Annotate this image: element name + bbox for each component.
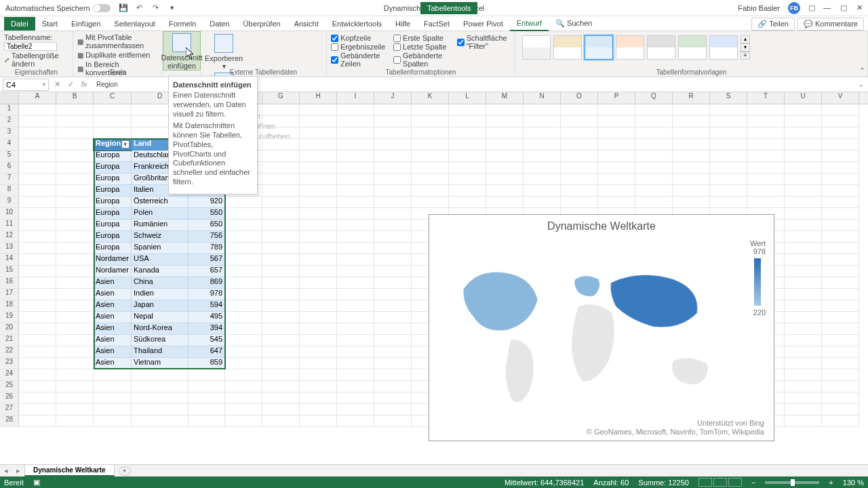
row-header[interactable]: 24 xyxy=(0,369,19,381)
cell[interactable] xyxy=(673,162,710,174)
select-all-corner[interactable] xyxy=(0,92,19,104)
remove-duplicates-button[interactable]: ▦ Duplikate entfernen xyxy=(77,50,158,60)
cell[interactable] xyxy=(262,277,300,289)
row-header[interactable]: 11 xyxy=(0,220,19,231)
zoom-in-icon[interactable]: + xyxy=(829,479,833,487)
cell[interactable]: Asien xyxy=(94,300,132,312)
cell[interactable] xyxy=(374,150,412,162)
chk-erste-spalte[interactable]: Erste Spalte xyxy=(393,34,449,42)
cell[interactable] xyxy=(300,139,337,150)
cell[interactable] xyxy=(710,116,747,127)
cell[interactable] xyxy=(337,254,374,266)
cell[interactable] xyxy=(785,404,822,415)
cell[interactable] xyxy=(635,185,673,197)
row-header[interactable]: 21 xyxy=(0,335,19,346)
cell[interactable] xyxy=(486,127,524,139)
cell[interactable] xyxy=(524,162,561,174)
cell[interactable] xyxy=(56,369,94,381)
chk-geb-zeilen[interactable]: Gebänderte Zeilen xyxy=(331,52,385,68)
cell[interactable] xyxy=(486,162,524,174)
cell[interactable]: Nordamer xyxy=(94,254,132,266)
cell[interactable]: Europa xyxy=(94,208,132,220)
cell[interactable] xyxy=(337,335,374,346)
chk-filter-btn[interactable]: Schaltfläche "Filter" xyxy=(457,34,511,50)
cell[interactable] xyxy=(374,220,412,231)
cell[interactable] xyxy=(412,139,449,150)
cell[interactable] xyxy=(822,116,859,127)
cell[interactable] xyxy=(19,243,56,254)
row-header[interactable]: 26 xyxy=(0,392,19,404)
cell[interactable] xyxy=(225,266,262,277)
cell[interactable] xyxy=(449,197,486,208)
cell[interactable]: Asien xyxy=(94,312,132,323)
cell[interactable] xyxy=(337,369,374,381)
cell[interactable] xyxy=(262,266,300,277)
cell[interactable] xyxy=(374,312,412,323)
cell[interactable] xyxy=(56,185,94,197)
cell[interactable] xyxy=(262,162,300,174)
cell[interactable]: Asien xyxy=(94,335,132,346)
cell[interactable] xyxy=(300,185,337,197)
filter-dropdown-icon[interactable]: ▾ xyxy=(121,140,130,148)
cell[interactable] xyxy=(19,323,56,335)
cell[interactable] xyxy=(822,392,859,404)
cell[interactable] xyxy=(19,277,56,289)
cell[interactable] xyxy=(300,277,337,289)
row-header[interactable]: 13 xyxy=(0,243,19,254)
cell[interactable] xyxy=(262,150,300,162)
cell[interactable] xyxy=(337,392,374,404)
cell[interactable] xyxy=(747,150,785,162)
cell[interactable] xyxy=(598,162,635,174)
cell[interactable]: Polen xyxy=(132,208,189,220)
view-pagebreak-icon[interactable] xyxy=(728,478,742,487)
cell[interactable] xyxy=(561,139,598,150)
row-header[interactable]: 7 xyxy=(0,174,19,185)
undo-icon[interactable]: ↶ xyxy=(135,3,144,13)
save-icon[interactable]: 💾 xyxy=(119,3,128,13)
cell[interactable] xyxy=(94,415,132,427)
cell[interactable] xyxy=(94,381,132,392)
cell[interactable] xyxy=(635,116,673,127)
row-header[interactable]: 12 xyxy=(0,231,19,243)
row-header[interactable]: 2 xyxy=(0,116,19,127)
cell[interactable] xyxy=(56,300,94,312)
cell[interactable] xyxy=(19,220,56,231)
cell[interactable] xyxy=(225,254,262,266)
cell[interactable] xyxy=(262,415,300,427)
cell[interactable] xyxy=(300,346,337,358)
cell[interactable] xyxy=(19,208,56,220)
cell[interactable] xyxy=(449,150,486,162)
cell[interactable] xyxy=(374,231,412,243)
expand-formulabar-icon[interactable]: ⌄ xyxy=(858,80,864,89)
cell[interactable] xyxy=(822,404,859,415)
add-sheet-button[interactable]: + xyxy=(119,466,131,476)
cell[interactable] xyxy=(225,392,262,404)
cell[interactable]: USA xyxy=(132,254,189,266)
cell[interactable] xyxy=(673,139,710,150)
column-header[interactable]: K xyxy=(412,92,449,104)
cell[interactable] xyxy=(189,415,225,427)
cell[interactable] xyxy=(822,335,859,346)
cell[interactable] xyxy=(374,323,412,335)
cell[interactable]: Asien xyxy=(94,323,132,335)
cell[interactable] xyxy=(822,243,859,254)
cell[interactable] xyxy=(337,197,374,208)
cell[interactable] xyxy=(673,127,710,139)
cell[interactable]: Rumänien xyxy=(132,220,189,231)
cell[interactable] xyxy=(19,162,56,174)
cell[interactable] xyxy=(524,127,561,139)
cell[interactable] xyxy=(374,127,412,139)
column-header[interactable]: H xyxy=(300,92,337,104)
cell[interactable] xyxy=(449,139,486,150)
row-header[interactable]: 8 xyxy=(0,185,19,197)
cell[interactable] xyxy=(337,104,374,116)
cell[interactable] xyxy=(225,243,262,254)
cell[interactable] xyxy=(374,185,412,197)
cell[interactable] xyxy=(262,231,300,243)
cell[interactable]: 756 xyxy=(189,231,225,243)
chk-letzte-spalte[interactable]: Letzte Spalte xyxy=(393,43,449,51)
cell[interactable]: Europa xyxy=(94,197,132,208)
cell[interactable] xyxy=(822,127,859,139)
cell[interactable] xyxy=(225,323,262,335)
cell[interactable] xyxy=(19,415,56,427)
